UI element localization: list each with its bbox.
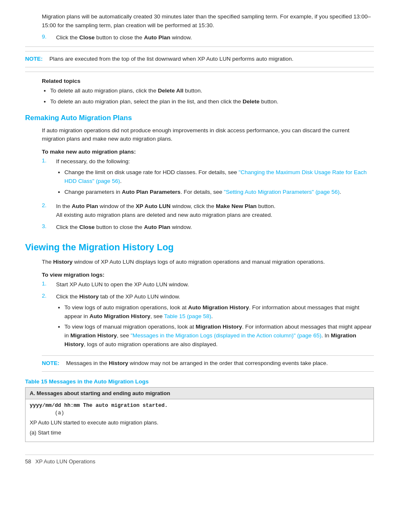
related-topics-label: Related topics	[42, 78, 374, 84]
step-9-content: Click the Close button to close the Auto…	[56, 33, 374, 42]
remaking-step-2-bold3: Make New Plan	[216, 203, 257, 209]
remaking-intro: If auto migration operations did not pro…	[42, 126, 374, 144]
remaking-sub-1: Change the limit on disk usage rate for …	[64, 168, 374, 186]
viewing-sub-1-bold2: Auto Migration History	[90, 313, 151, 319]
viewing-sub-2-bold1: Migration History	[196, 324, 242, 330]
remaking-sub-heading: To make new auto migration plans:	[42, 149, 374, 155]
viewing-sub-1: To view logs of auto migration operation…	[64, 303, 374, 321]
remaking-step-3: 3. Click the Close button to close the A…	[42, 223, 374, 232]
remaking-step-3-bold1: Close	[79, 224, 95, 230]
viewing-sub-2: To view logs of manual migration operati…	[64, 323, 374, 349]
table15-code: yyyy/mm/dd hh:mm The auto migration star…	[30, 403, 369, 409]
remaking-sub-2-bold: Auto Plan Parameters	[122, 189, 180, 195]
remaking-step-3-num: 3.	[42, 223, 54, 232]
link-table15[interactable]: Table 15 (page 58)	[164, 313, 211, 319]
note-2-text: Messages in the History window may not b…	[66, 359, 328, 368]
table15-body-row: yyyy/mm/dd hh:mm The auto migration star…	[26, 399, 374, 442]
note-2-bold: History	[109, 360, 128, 366]
remaking-step-2-bold1: Auto Plan	[72, 203, 98, 209]
remaking-content: If auto migration operations did not pro…	[42, 126, 374, 232]
table15-desc: XP Auto LUN started to execute auto migr…	[30, 419, 369, 427]
top-para-1: Migration plans will be automatically cr…	[42, 13, 374, 30]
remaking-heading: Remaking Auto Migration Plans	[25, 114, 374, 122]
divider-1	[25, 46, 374, 47]
viewing-sub-1-bold1: Auto Migration History	[188, 304, 249, 311]
remaking-step-2-content: In the Auto Plan window of the XP Auto L…	[56, 202, 374, 220]
remaking-step-2-bold2: XP Auto LUN	[136, 203, 171, 209]
note-1-label: NOTE:	[25, 55, 45, 64]
remaking-step-2: 2. In the Auto Plan window of the XP Aut…	[42, 202, 374, 220]
remaking-step-1-content: If necessary, do the following: Change t…	[56, 157, 374, 199]
remaking-step-1: 1. If necessary, do the following: Chang…	[42, 157, 374, 199]
related-topics-block: Related topics To delete all auto migrat…	[42, 78, 374, 106]
viewing-step-2-subitems: To view logs of auto migration operation…	[64, 303, 374, 350]
table15-header: A. Messages about starting and ending au…	[26, 388, 374, 399]
link-hdd-class[interactable]: "Changing the Maximum Disk Usage Rate fo…	[64, 169, 367, 184]
footer: 58 XP Auto LUN Operations	[25, 455, 374, 465]
related-topics-list: To delete all auto migration plans, clic…	[50, 87, 374, 106]
viewing-step-2-content: Click the History tab of the XP Auto LUN…	[56, 293, 374, 352]
table15-block: Table 15 Messages in the Auto Migration …	[25, 378, 374, 442]
page-content: Migration plans will be automatically cr…	[0, 0, 399, 481]
viewing-step-1-num: 1.	[42, 280, 54, 289]
related-topic-1: To delete all auto migration plans, clic…	[50, 87, 374, 95]
viewing-step-2: 2. Click the History tab of the XP Auto …	[42, 293, 374, 352]
viewing-intro-bold: History	[53, 259, 73, 265]
related-topic-2: To delete an auto migration plan, select…	[50, 98, 374, 106]
table15-header-row: A. Messages about starting and ending au…	[26, 388, 374, 399]
step-9-bold1: Close	[79, 34, 95, 41]
remaking-step-3-bold2: Auto Plan	[144, 224, 170, 230]
link-migration-logs[interactable]: "Messages in the Migration Logs (display…	[130, 332, 321, 339]
viewing-step-1-content: Start XP Auto LUN to open the XP Auto LU…	[56, 280, 374, 289]
viewing-sub-heading: To view migration logs:	[42, 272, 374, 278]
viewing-intro: The History window of XP Auto LUN displa…	[42, 258, 374, 267]
step-9-num: 9.	[42, 33, 54, 42]
viewing-step-2-bold: History	[79, 293, 99, 300]
footer-text: XP Auto LUN Operations	[35, 458, 95, 465]
remaking-step-2-num: 2.	[42, 202, 54, 220]
viewing-sub-2-bold2: Migration History	[70, 332, 117, 339]
note-box-2: NOTE: Messages in the History window may…	[42, 355, 374, 372]
remaking-step-1-subitems: Change the limit on disk usage rate for …	[64, 168, 374, 197]
link-auto-migration-params[interactable]: "Setting Auto Migration Parameters" (pag…	[224, 189, 340, 195]
step-9-row: 9. Click the Close button to close the A…	[42, 33, 374, 42]
top-paragraph-block: Migration plans will be automatically cr…	[42, 13, 374, 30]
table15-note-code: (a) Start time	[30, 429, 369, 437]
remaking-step-1-num: 1.	[42, 157, 54, 199]
viewing-step-2-num: 2.	[42, 293, 54, 352]
table15-body: yyyy/mm/dd hh:mm The auto migration star…	[26, 399, 374, 442]
remaking-step-3-content: Click the Close button to close the Auto…	[56, 223, 374, 232]
step-9-bold2: Auto Plan	[144, 34, 170, 41]
note-1-text: Plans are executed from the top of the l…	[49, 55, 294, 64]
viewing-heading: Viewing the Migration History Log	[25, 242, 374, 253]
viewing-content: The History window of XP Auto LUN displa…	[42, 258, 374, 372]
footer-page-num: 58	[25, 458, 31, 465]
remaking-sub-2: Change parameters in Auto Plan Parameter…	[64, 188, 374, 197]
table15-caption: Table 15 Messages in the Auto Migration …	[25, 378, 374, 385]
section-viewing: Viewing the Migration History Log The Hi…	[25, 242, 374, 372]
note-2-label: NOTE:	[42, 359, 62, 368]
section-remaking: Remaking Auto Migration Plans If auto mi…	[25, 114, 374, 232]
related-topic-2-bold: Delete	[243, 98, 260, 105]
table15: A. Messages about starting and ending au…	[25, 387, 374, 442]
viewing-step-1: 1. Start XP Auto LUN to open the XP Auto…	[42, 280, 374, 289]
step-9-block: 9. Click the Close button to close the A…	[42, 33, 374, 42]
table15-code-indent: (a)	[55, 410, 369, 416]
divider-2	[25, 72, 374, 72]
related-topic-1-bold: Delete All	[158, 87, 183, 94]
note-box-1: NOTE: Plans are executed from the top of…	[25, 51, 374, 67]
